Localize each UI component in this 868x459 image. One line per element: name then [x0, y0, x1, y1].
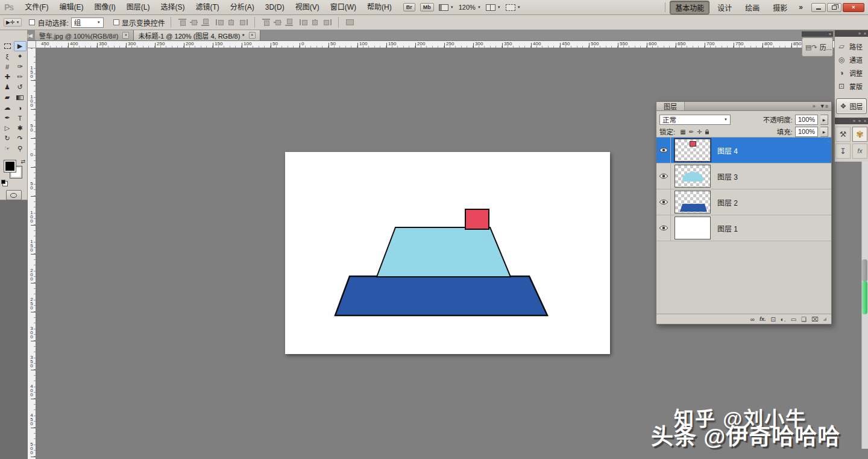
add-layer-mask-icon[interactable]: ⊡	[770, 315, 775, 324]
tool-dodge-icon[interactable]: ◑	[14, 103, 27, 113]
tool-hand-icon[interactable]: ☞	[1, 144, 14, 154]
paths-panel-button[interactable]: ▱路径	[837, 40, 866, 53]
distribute-bottom-edges-icon[interactable]	[285, 19, 294, 26]
close-icon[interactable]: ×	[122, 32, 129, 39]
lock-transparency-icon[interactable]: ▦	[680, 128, 685, 135]
palette-icon[interactable]: ✾	[852, 127, 867, 142]
layer-visibility-toggle[interactable]	[656, 163, 671, 189]
menu-item-3d[interactable]: 3D(D)	[260, 0, 290, 14]
layer-name[interactable]: 图层 1	[717, 215, 738, 241]
panel-menu-icon[interactable]: ▼≡	[820, 103, 828, 109]
menu-item-view[interactable]: 视图(V)	[290, 0, 325, 14]
scrollbar-thumb-green[interactable]	[862, 281, 867, 314]
layer-visibility-toggle[interactable]	[656, 215, 671, 241]
adjustment-layer-icon[interactable]: ◐.	[781, 315, 786, 324]
workspace-design[interactable]: 设计	[712, 1, 737, 14]
auto-select-type-dropdown[interactable]: 组▼	[71, 17, 104, 28]
tool-move-icon[interactable]: ▶	[14, 41, 27, 51]
tool-history-brush-icon[interactable]: ↺	[14, 82, 27, 92]
layer-thumbnail[interactable]	[675, 191, 711, 214]
fill-input[interactable]: 100%	[795, 127, 818, 137]
tool-magic-wand-icon[interactable]: ✦	[14, 51, 27, 62]
distribute-horizontal-centers-icon[interactable]	[311, 19, 320, 26]
layer-row-4[interactable]: 图层 4	[656, 138, 831, 163]
menu-item-filter[interactable]: 滤镜(T)	[190, 0, 224, 14]
align-horizontal-centers-icon[interactable]	[227, 19, 236, 26]
channels-panel-button[interactable]: ◎通道	[837, 53, 866, 66]
menu-item-layer[interactable]: 图层(L)	[121, 0, 156, 14]
close-icon[interactable]: ×	[249, 32, 256, 39]
distribute-top-edges-icon[interactable]	[262, 19, 271, 26]
layer-thumbnail[interactable]	[675, 139, 711, 162]
scrollbar-thumb-gray[interactable]	[862, 259, 867, 282]
document-canvas[interactable]	[285, 152, 610, 354]
layer-visibility-toggle[interactable]	[656, 138, 671, 163]
layer-row-2[interactable]: 图层 2	[656, 189, 831, 215]
layers-panel-tab[interactable]: 图层	[656, 102, 685, 110]
distribute-vertical-centers-icon[interactable]	[273, 19, 282, 26]
document-tab-untitled[interactable]: 未标题-1 @ 120% (图层 4, RGB/8) * ×	[134, 30, 260, 40]
tool-eraser-icon[interactable]: ▰	[1, 92, 14, 103]
layer-name[interactable]: 图层 4	[717, 138, 738, 163]
swap-colors-icon[interactable]: ⇄	[20, 159, 25, 165]
tool-gradient-icon[interactable]	[14, 92, 27, 103]
fill-slider-button[interactable]: ▶	[820, 127, 828, 137]
ruler-origin-corner[interactable]	[28, 41, 36, 48]
blend-mode-dropdown[interactable]: 正常▼	[659, 115, 731, 125]
menu-item-select[interactable]: 选择(S)	[155, 0, 190, 14]
tool-zoom-icon[interactable]: ⚲	[14, 144, 27, 154]
bridge-button[interactable]: Br	[403, 3, 415, 11]
lock-pixels-icon[interactable]: ✏	[689, 128, 694, 135]
layer-visibility-toggle[interactable]	[656, 189, 671, 215]
opacity-input[interactable]: 100%	[795, 115, 818, 125]
menu-item-image[interactable]: 图像(I)	[89, 0, 121, 14]
masks-panel-button[interactable]: ⊡蒙版	[837, 80, 866, 93]
auto-select-checkbox[interactable]	[29, 19, 35, 25]
adjustments-panel-button[interactable]: ◑调整	[837, 66, 866, 80]
tool-3d-rotate-icon[interactable]: ↻	[1, 133, 14, 144]
align-bottom-edges-icon[interactable]	[201, 19, 210, 26]
tool-brush-icon[interactable]: ✏	[14, 72, 27, 82]
menu-item-file[interactable]: 文件(F)	[19, 0, 54, 14]
tool-smudge-icon[interactable]: ☁	[1, 103, 14, 113]
layer-thumbnail[interactable]	[675, 217, 711, 239]
layer-style-icon[interactable]: fx.	[760, 315, 766, 324]
align-top-edges-icon[interactable]	[178, 19, 187, 26]
zoom-level-dropdown[interactable]: 120%▼	[459, 4, 481, 11]
car-light-shape[interactable]	[465, 209, 489, 229]
layer-row-3[interactable]: 图层 3	[656, 163, 831, 189]
dock-collapse-bar-2[interactable]: »»×	[835, 118, 868, 124]
layer-thumbnail[interactable]	[675, 165, 711, 188]
layer-row-1[interactable]: 图层 1	[656, 215, 831, 241]
menu-item-edit[interactable]: 编辑(E)	[54, 0, 89, 14]
distribute-right-edges-icon[interactable]	[322, 19, 332, 26]
link-layers-icon[interactable]: ∞	[750, 315, 755, 324]
car-cabin-shape[interactable]	[377, 227, 511, 277]
show-transform-controls-checkbox[interactable]	[113, 19, 119, 25]
new-layer-icon[interactable]: ❏	[801, 315, 807, 324]
tool-eyedropper-icon[interactable]: ✑	[14, 62, 27, 72]
minimize-button[interactable]	[811, 3, 826, 12]
car-body-shape[interactable]	[335, 276, 547, 315]
lock-all-icon[interactable]	[705, 129, 709, 135]
view-extras-dropdown[interactable]: ▼	[439, 4, 454, 11]
panel-scroll-up-icon[interactable]: ^	[828, 139, 830, 145]
layer-name[interactable]: 图层 2	[717, 189, 738, 215]
workspace-overflow-chevron[interactable]: »	[799, 3, 803, 11]
current-tool-badge[interactable]: ▶✛▼	[4, 18, 22, 27]
workspace-painting[interactable]: 绘画	[740, 1, 765, 14]
lock-position-icon[interactable]: ✛	[697, 128, 702, 135]
arrange-documents-dropdown[interactable]: ▼	[486, 4, 501, 11]
workspace-photography[interactable]: 摄影	[767, 1, 793, 14]
workspace-essentials[interactable]: 基本功能	[670, 1, 709, 14]
resize-grip-icon[interactable]: ◢	[823, 317, 826, 321]
align-vertical-centers-icon[interactable]	[189, 19, 198, 26]
collapse-panel-icon[interactable]: »	[813, 103, 816, 109]
tool-type-icon[interactable]: T	[14, 113, 27, 123]
tool-custom-shape-icon[interactable]: ✱	[14, 123, 27, 133]
download-icon[interactable]: ↧	[835, 144, 851, 159]
dock-collapse-bar[interactable]: »×	[835, 30, 868, 37]
tool-healing-brush-icon[interactable]: ✚	[1, 72, 14, 82]
align-right-edges-icon[interactable]	[239, 19, 248, 26]
delete-layer-icon[interactable]: ⌧	[811, 315, 819, 324]
